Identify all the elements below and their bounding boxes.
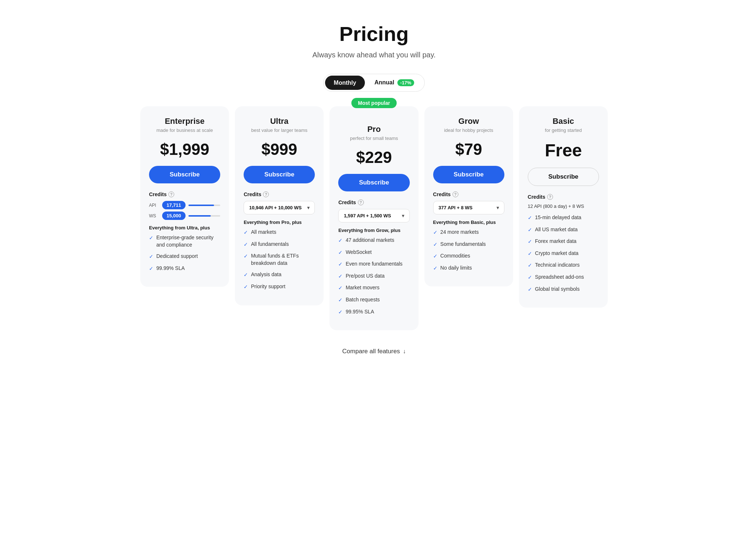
plan-enterprise: Enterprise made for business at scale $1…	[140, 106, 229, 287]
pricing-header: Pricing Always know ahead what you will …	[140, 22, 608, 59]
plan-name-pro: Pro	[338, 125, 409, 134]
feature-item: ✓ Analysis data	[244, 271, 315, 279]
credits-label-pro: Credits ?	[338, 199, 409, 205]
plans-grid: Enterprise made for business at scale $1…	[140, 106, 608, 330]
feature-heading-enterprise: Everything from Ultra, plus	[149, 225, 220, 231]
plan-pro-inner: Pro perfect for small teams $229 Subscri…	[338, 117, 409, 316]
feature-item: ✓ No daily limits	[433, 264, 504, 272]
plan-price-ultra: $999	[244, 140, 315, 159]
credits-pill-ws-enterprise: 15,000	[162, 212, 186, 220]
credits-text-basic: 12 API (800 a day) + 8 WS	[528, 203, 599, 209]
feature-item: ✓ 99.95% SLA	[338, 308, 409, 316]
popular-badge-wrapper: Most popular	[351, 100, 397, 106]
feature-item: ✓ All markets	[244, 229, 315, 236]
credits-bar-fill-api	[188, 205, 214, 206]
feature-item: ✓ Forex market data	[528, 238, 599, 245]
credits-row-ws-enterprise: WS 15,000	[149, 212, 220, 220]
feature-list-pro: ✓ 47 additional markets ✓ WebSocket ✓ Ev…	[338, 237, 409, 316]
check-icon: ✓	[338, 249, 343, 256]
feature-item: ✓ Commodities	[433, 252, 504, 260]
plan-name-grow: Grow	[433, 117, 504, 126]
credits-label-grow: Credits ?	[433, 191, 504, 197]
credits-help-icon-ultra[interactable]: ?	[263, 191, 269, 197]
credits-dropdown-grow[interactable]: 377 API + 8 WS	[433, 201, 504, 214]
feature-item: ✓ Global trial symbols	[528, 286, 599, 293]
feature-item: ✓ All fundamentals	[244, 241, 315, 248]
feature-item: ✓ WebSocket	[338, 249, 409, 256]
check-icon: ✓	[338, 237, 343, 244]
subscribe-btn-pro[interactable]: Subscribe	[338, 174, 409, 191]
annual-toggle[interactable]: Annual -17%	[366, 76, 423, 90]
check-icon: ✓	[338, 285, 343, 292]
plan-tagline-pro: perfect for small teams	[338, 136, 409, 141]
check-icon: ✓	[528, 262, 532, 269]
credits-bar-fill-ws	[188, 215, 211, 217]
plan-tagline-enterprise: made for business at scale	[149, 127, 220, 133]
plan-pro: Most popular Pro perfect for small teams…	[329, 106, 418, 330]
feature-list-basic: ✓ 15-min delayed data ✓ All US market da…	[528, 214, 599, 293]
plan-price-grow: $79	[433, 140, 504, 159]
feature-item: ✓ Dedicated support	[149, 253, 220, 260]
credits-help-icon-basic[interactable]: ?	[547, 194, 553, 200]
credits-dropdown-ultra[interactable]: 10,946 API + 10,000 WS	[244, 201, 315, 214]
plan-price-basic: Free	[528, 140, 599, 160]
feature-heading-ultra: Everything from Pro, plus	[244, 220, 315, 225]
credits-row-api-enterprise: API 17,711	[149, 201, 220, 209]
compare-all-features-link[interactable]: Compare all features ↓	[342, 348, 406, 355]
check-icon: ✓	[149, 235, 153, 242]
credits-help-icon-enterprise[interactable]: ?	[168, 191, 174, 197]
feature-item: ✓ Crypto market data	[528, 250, 599, 258]
plan-price-pro: $229	[338, 148, 409, 167]
monthly-toggle[interactable]: Monthly	[325, 76, 365, 90]
plan-price-enterprise: $1,999	[149, 140, 220, 159]
plan-grow: Grow ideal for hobby projects $79 Subscr…	[424, 106, 513, 286]
popular-badge: Most popular	[351, 98, 397, 108]
check-icon: ✓	[244, 253, 248, 260]
feature-item: ✓ All US market data	[528, 226, 599, 234]
credits-dropdown-pro[interactable]: 1,597 API + 1,500 WS	[338, 209, 409, 222]
credits-help-icon-pro[interactable]: ?	[358, 199, 364, 205]
plan-name-basic: Basic	[528, 117, 599, 126]
feature-item: ✓ Some fundamentals	[433, 241, 504, 248]
billing-toggle-section: Monthly Annual -17%	[140, 74, 608, 92]
credits-bar-ws-enterprise	[188, 215, 220, 217]
subscribe-btn-basic[interactable]: Subscribe	[528, 168, 599, 186]
check-icon: ✓	[149, 253, 153, 260]
check-icon: ✓	[528, 286, 532, 293]
compare-footer: Compare all features ↓	[140, 348, 608, 355]
feature-item: ✓ Priority support	[244, 283, 315, 291]
check-icon: ✓	[433, 253, 438, 260]
plan-basic: Basic for getting started Free Subscribe…	[519, 106, 608, 308]
credits-label-basic: Credits ?	[528, 194, 599, 200]
feature-list-ultra: ✓ All markets ✓ All fundamentals ✓ Mutua…	[244, 229, 315, 291]
plan-name-enterprise: Enterprise	[149, 117, 220, 126]
credits-label-enterprise: Credits ?	[149, 191, 220, 197]
check-icon: ✓	[433, 241, 438, 248]
credits-type-api: API	[149, 203, 159, 208]
feature-item: ✓ Batch requests	[338, 296, 409, 304]
feature-item: ✓ Enterprise-grade security and complian…	[149, 234, 220, 248]
check-icon: ✓	[528, 226, 532, 234]
credits-pill-api-enterprise: 17,711	[162, 201, 186, 209]
plan-tagline-ultra: best value for larger teams	[244, 127, 315, 133]
check-icon: ✓	[338, 273, 343, 280]
down-arrow-icon: ↓	[403, 348, 406, 355]
check-icon: ✓	[149, 265, 153, 273]
credits-bar-api-enterprise	[188, 205, 220, 206]
plan-ultra: Ultra best value for larger teams $999 S…	[235, 106, 324, 305]
plan-tagline-basic: for getting started	[528, 127, 599, 133]
feature-item: ✓ Mutual funds & ETFs breakdown data	[244, 252, 315, 267]
feature-item: ✓ 24 more markets	[433, 229, 504, 236]
feature-item: ✓ 15-min delayed data	[528, 214, 599, 222]
toggle-wrapper: Monthly Annual -17%	[323, 74, 425, 92]
credits-dropdown-wrapper-ultra: 10,946 API + 10,000 WS ▼	[244, 201, 315, 214]
check-icon: ✓	[433, 265, 438, 272]
feature-list-grow: ✓ 24 more markets ✓ Some fundamentals ✓ …	[433, 229, 504, 272]
feature-heading-grow: Everything from Basic, plus	[433, 220, 504, 225]
subscribe-btn-enterprise[interactable]: Subscribe	[149, 166, 220, 183]
subscribe-btn-grow[interactable]: Subscribe	[433, 166, 504, 183]
feature-item: ✓ Pre/post US data	[338, 273, 409, 280]
subscribe-btn-ultra[interactable]: Subscribe	[244, 166, 315, 183]
plan-tagline-grow: ideal for hobby projects	[433, 127, 504, 133]
credits-help-icon-grow[interactable]: ?	[453, 191, 458, 197]
